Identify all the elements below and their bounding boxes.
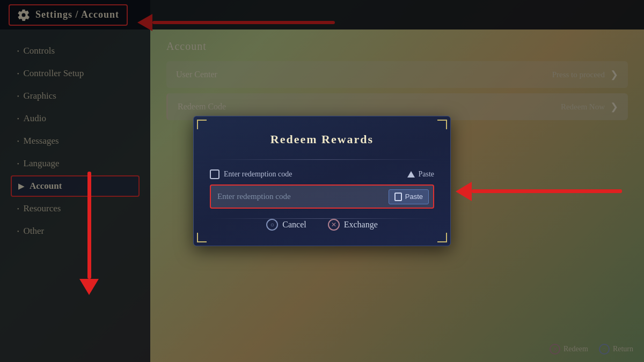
exchange-circle-icon: ✕ bbox=[328, 219, 340, 231]
cancel-symbol: ○ bbox=[270, 221, 274, 229]
exchange-symbol: ✕ bbox=[331, 221, 336, 229]
arrow-down-account bbox=[79, 172, 99, 295]
code-input-wrapper[interactable]: Paste bbox=[210, 184, 434, 209]
input-label-row: Enter redemption code Paste bbox=[210, 169, 434, 179]
arrow-line-right bbox=[472, 189, 622, 193]
input-label-left: Enter redemption code bbox=[210, 169, 292, 179]
redeem-dialog: Redeem Rewards Enter redemption code Pas… bbox=[193, 116, 451, 246]
input-label-text: Enter redemption code bbox=[224, 170, 292, 179]
paste-btn-label: Paste bbox=[405, 193, 423, 201]
arrow-head-right-left bbox=[456, 182, 472, 201]
dialog-top-divider bbox=[210, 159, 434, 160]
clipboard-icon bbox=[394, 193, 402, 201]
paste-button[interactable]: Paste bbox=[389, 189, 429, 204]
triangle-icon bbox=[407, 171, 415, 178]
arrow-head-down bbox=[79, 279, 99, 295]
corner-decoration-tl bbox=[197, 120, 207, 129]
arrow-right bbox=[456, 182, 622, 201]
dialog-buttons: ○ Cancel ✕ Exchange bbox=[210, 219, 434, 231]
cancel-label: Cancel bbox=[282, 220, 306, 230]
redemption-code-input[interactable] bbox=[217, 187, 384, 206]
corner-decoration-tr bbox=[437, 120, 447, 129]
corner-decoration-bl bbox=[197, 233, 207, 242]
input-square-icon bbox=[210, 169, 219, 179]
dialog-title: Redeem Rewards bbox=[210, 132, 434, 146]
exchange-label: Exchange bbox=[344, 220, 378, 230]
corner-decoration-br bbox=[437, 233, 447, 242]
exchange-button[interactable]: ✕ Exchange bbox=[328, 219, 378, 231]
input-section: Enter redemption code Paste Paste bbox=[210, 169, 434, 209]
cancel-button[interactable]: ○ Cancel bbox=[266, 219, 306, 231]
arrow-down-line bbox=[87, 172, 91, 279]
cancel-circle-icon: ○ bbox=[266, 219, 278, 231]
input-label-right: Paste bbox=[407, 170, 434, 179]
paste-label: Paste bbox=[418, 170, 434, 179]
